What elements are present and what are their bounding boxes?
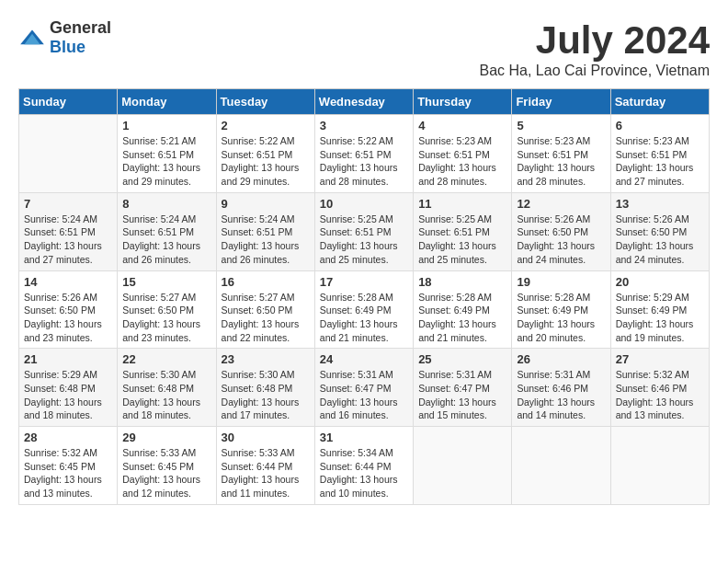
day-number: 23	[222, 352, 310, 366]
day-info: Sunrise: 5:30 AMSunset: 6:48 PMDaylight:…	[222, 368, 310, 422]
calendar-cell: 20Sunrise: 5:29 AMSunset: 6:49 PMDayligh…	[610, 270, 709, 349]
calendar-cell: 23Sunrise: 5:30 AMSunset: 6:48 PMDayligh…	[216, 349, 314, 427]
calendar-cell: 27Sunrise: 5:32 AMSunset: 6:46 PMDayligh…	[610, 349, 709, 427]
calendar-cell: 3Sunrise: 5:22 AMSunset: 6:51 PMDaylight…	[314, 115, 413, 193]
day-number: 9	[222, 197, 310, 211]
day-number: 21	[24, 352, 112, 366]
day-number: 17	[320, 275, 408, 289]
day-info: Sunrise: 5:24 AMSunset: 6:51 PMDaylight:…	[24, 213, 112, 267]
logo-blue: Blue	[50, 38, 85, 56]
day-number: 4	[418, 119, 506, 132]
day-number: 5	[517, 119, 605, 132]
day-info: Sunrise: 5:26 AMSunset: 6:50 PMDaylight:…	[517, 213, 605, 267]
day-info: Sunrise: 5:23 AMSunset: 6:51 PMDaylight:…	[517, 134, 605, 189]
day-info: Sunrise: 5:24 AMSunset: 6:51 PMDaylight:…	[122, 213, 210, 267]
calendar-cell: 22Sunrise: 5:30 AMSunset: 6:48 PMDayligh…	[118, 349, 216, 427]
calendar-cell: 25Sunrise: 5:31 AMSunset: 6:47 PMDayligh…	[414, 349, 512, 427]
day-number: 2	[222, 119, 310, 132]
calendar-week-row: 21Sunrise: 5:29 AMSunset: 6:48 PMDayligh…	[19, 349, 710, 427]
day-number: 7	[24, 197, 112, 211]
day-info: Sunrise: 5:31 AMSunset: 6:47 PMDaylight:…	[418, 368, 506, 422]
calendar-cell: 17Sunrise: 5:28 AMSunset: 6:49 PMDayligh…	[314, 270, 413, 349]
calendar-cell: 29Sunrise: 5:33 AMSunset: 6:45 PMDayligh…	[118, 427, 216, 505]
day-number: 16	[222, 275, 310, 289]
day-info: Sunrise: 5:34 AMSunset: 6:44 PMDaylight:…	[320, 446, 408, 500]
calendar-week-row: 7Sunrise: 5:24 AMSunset: 6:51 PMDaylight…	[19, 192, 710, 270]
calendar-cell	[512, 427, 610, 505]
day-number: 14	[24, 275, 112, 289]
day-number: 11	[418, 197, 506, 211]
day-info: Sunrise: 5:29 AMSunset: 6:48 PMDaylight:…	[24, 368, 112, 422]
calendar-week-row: 14Sunrise: 5:26 AMSunset: 6:50 PMDayligh…	[19, 270, 710, 349]
calendar-cell: 8Sunrise: 5:24 AMSunset: 6:51 PMDaylight…	[118, 192, 216, 270]
day-info: Sunrise: 5:25 AMSunset: 6:51 PMDaylight:…	[418, 213, 506, 267]
day-info: Sunrise: 5:28 AMSunset: 6:49 PMDaylight:…	[320, 291, 408, 345]
day-info: Sunrise: 5:26 AMSunset: 6:50 PMDaylight:…	[24, 291, 112, 345]
main-title: July 2024	[480, 18, 711, 63]
logo-icon	[18, 29, 46, 47]
day-info: Sunrise: 5:28 AMSunset: 6:49 PMDaylight:…	[418, 291, 506, 345]
header: General Blue July 2024 Bac Ha, Lao Cai P…	[18, 18, 710, 79]
calendar-cell: 16Sunrise: 5:27 AMSunset: 6:50 PMDayligh…	[216, 270, 314, 349]
calendar-cell	[610, 427, 709, 505]
day-info: Sunrise: 5:32 AMSunset: 6:46 PMDaylight:…	[616, 368, 704, 422]
calendar-cell: 21Sunrise: 5:29 AMSunset: 6:48 PMDayligh…	[19, 349, 118, 427]
day-number: 18	[418, 275, 506, 289]
day-info: Sunrise: 5:27 AMSunset: 6:50 PMDaylight:…	[222, 291, 310, 345]
day-info: Sunrise: 5:23 AMSunset: 6:51 PMDaylight:…	[418, 134, 506, 189]
calendar-cell: 1Sunrise: 5:21 AMSunset: 6:51 PMDaylight…	[118, 115, 216, 193]
day-number: 27	[616, 352, 704, 366]
day-info: Sunrise: 5:33 AMSunset: 6:44 PMDaylight:…	[222, 446, 310, 500]
calendar-header-row: SundayMondayTuesdayWednesdayThursdayFrid…	[19, 89, 710, 115]
day-info: Sunrise: 5:26 AMSunset: 6:50 PMDaylight:…	[616, 213, 704, 267]
day-info: Sunrise: 5:30 AMSunset: 6:48 PMDaylight:…	[122, 368, 210, 422]
calendar-cell: 6Sunrise: 5:23 AMSunset: 6:51 PMDaylight…	[610, 115, 709, 193]
calendar-cell: 10Sunrise: 5:25 AMSunset: 6:51 PMDayligh…	[314, 192, 413, 270]
day-number: 30	[222, 431, 310, 444]
calendar-cell: 31Sunrise: 5:34 AMSunset: 6:44 PMDayligh…	[314, 427, 413, 505]
day-number: 24	[320, 352, 408, 366]
day-number: 3	[320, 119, 408, 132]
title-area: July 2024 Bac Ha, Lao Cai Province, Viet…	[480, 18, 711, 79]
calendar-day-header: Wednesday	[314, 89, 413, 115]
day-number: 26	[517, 352, 605, 366]
day-number: 10	[320, 197, 408, 211]
calendar-cell: 9Sunrise: 5:24 AMSunset: 6:51 PMDaylight…	[216, 192, 314, 270]
day-number: 15	[122, 275, 210, 289]
calendar-day-header: Thursday	[414, 89, 512, 115]
calendar-cell: 30Sunrise: 5:33 AMSunset: 6:44 PMDayligh…	[216, 427, 314, 505]
calendar-cell: 7Sunrise: 5:24 AMSunset: 6:51 PMDaylight…	[19, 192, 118, 270]
day-number: 1	[122, 119, 210, 132]
day-info: Sunrise: 5:27 AMSunset: 6:50 PMDaylight:…	[122, 291, 210, 345]
calendar-cell: 18Sunrise: 5:28 AMSunset: 6:49 PMDayligh…	[414, 270, 512, 349]
calendar-cell	[19, 115, 118, 193]
day-info: Sunrise: 5:29 AMSunset: 6:49 PMDaylight:…	[616, 291, 704, 345]
calendar-day-header: Saturday	[610, 89, 709, 115]
calendar-cell: 13Sunrise: 5:26 AMSunset: 6:50 PMDayligh…	[610, 192, 709, 270]
calendar-cell: 14Sunrise: 5:26 AMSunset: 6:50 PMDayligh…	[19, 270, 118, 349]
calendar-day-header: Monday	[118, 89, 216, 115]
day-info: Sunrise: 5:32 AMSunset: 6:45 PMDaylight:…	[24, 446, 112, 500]
day-number: 29	[122, 431, 210, 444]
logo-general: General	[50, 18, 111, 37]
calendar-day-header: Tuesday	[216, 89, 314, 115]
calendar-cell: 15Sunrise: 5:27 AMSunset: 6:50 PMDayligh…	[118, 270, 216, 349]
day-info: Sunrise: 5:23 AMSunset: 6:51 PMDaylight:…	[616, 134, 704, 189]
calendar-cell: 5Sunrise: 5:23 AMSunset: 6:51 PMDaylight…	[512, 115, 610, 193]
calendar-cell: 4Sunrise: 5:23 AMSunset: 6:51 PMDaylight…	[414, 115, 512, 193]
subtitle: Bac Ha, Lao Cai Province, Vietnam	[480, 63, 711, 79]
calendar-cell: 2Sunrise: 5:22 AMSunset: 6:51 PMDaylight…	[216, 115, 314, 193]
day-number: 25	[418, 352, 506, 366]
day-number: 8	[122, 197, 210, 211]
day-info: Sunrise: 5:21 AMSunset: 6:51 PMDaylight:…	[122, 134, 210, 189]
day-number: 12	[517, 197, 605, 211]
calendar-cell: 26Sunrise: 5:31 AMSunset: 6:46 PMDayligh…	[512, 349, 610, 427]
day-info: Sunrise: 5:31 AMSunset: 6:47 PMDaylight:…	[320, 368, 408, 422]
calendar-week-row: 28Sunrise: 5:32 AMSunset: 6:45 PMDayligh…	[19, 427, 710, 505]
day-number: 13	[616, 197, 704, 211]
day-info: Sunrise: 5:24 AMSunset: 6:51 PMDaylight:…	[222, 213, 310, 267]
calendar-week-row: 1Sunrise: 5:21 AMSunset: 6:51 PMDaylight…	[19, 115, 710, 193]
day-info: Sunrise: 5:22 AMSunset: 6:51 PMDaylight:…	[222, 134, 310, 189]
logo: General Blue	[18, 18, 111, 57]
day-info: Sunrise: 5:25 AMSunset: 6:51 PMDaylight:…	[320, 213, 408, 267]
